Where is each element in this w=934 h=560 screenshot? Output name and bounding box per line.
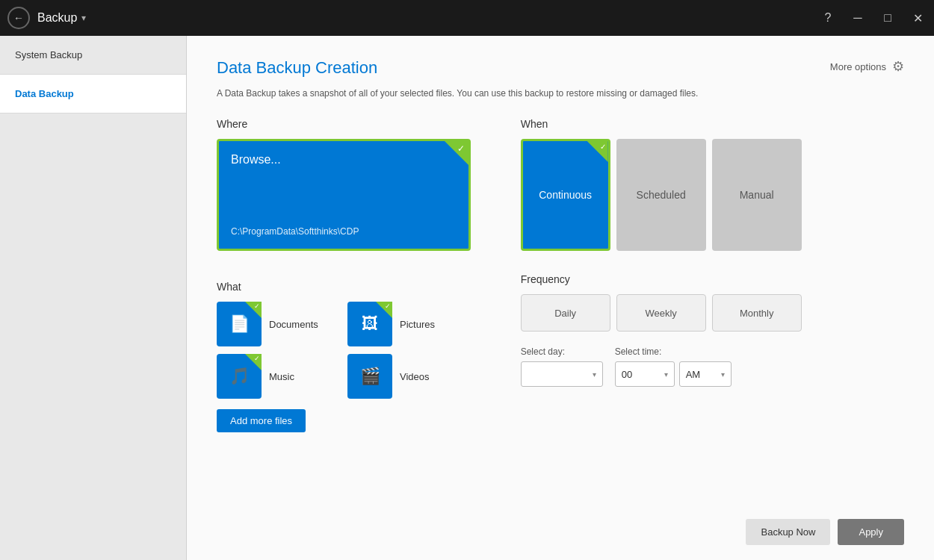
file-type-documents[interactable]: 📄 Documents (217, 302, 340, 346)
what-section: What 📄 Documents 🖼 P (217, 281, 491, 432)
select-time-hour-dropdown[interactable]: 00 ▾ (615, 361, 675, 387)
what-freq-sections: What 📄 Documents 🖼 P (217, 273, 904, 432)
sidebar: System Backup Data Backup (0, 36, 187, 560)
titlebar: ← Backup ▾ ? ─ □ ✕ (0, 0, 934, 36)
content-header: Data Backup Creation More options ⚙ (217, 58, 904, 78)
frequency-cards: Daily Weekly Monthly (521, 294, 904, 332)
period-dropdown-arrow-icon: ▾ (721, 370, 725, 379)
back-icon: ← (13, 12, 24, 24)
file-type-music[interactable]: 🎵 Music (217, 354, 340, 399)
browse-path: C:\ProgramData\Softthinks\CDP (231, 226, 457, 237)
pictures-checkmark-icon (376, 302, 392, 318)
documents-icon: 📄 (217, 302, 262, 346)
backup-now-button[interactable]: Backup Now (746, 519, 830, 545)
add-more-files-button[interactable]: Add more files (217, 409, 306, 432)
sidebar-item-data-backup[interactable]: Data Backup (0, 75, 186, 113)
where-label: Where (217, 118, 491, 130)
continuous-checkmark-icon (587, 141, 608, 162)
sidebar-item-system-backup[interactable]: System Backup (0, 36, 186, 75)
pictures-icon: 🖼 (347, 302, 392, 346)
page-title: Data Backup Creation (217, 58, 377, 78)
restore-button[interactable]: □ (879, 11, 897, 25)
main-sections: Where ✓ Browse... C:\ProgramData\Softthi… (217, 118, 904, 251)
more-options-label: More options (830, 61, 886, 72)
music-icon: 🎵 (217, 354, 262, 399)
when-manual[interactable]: Manual (712, 139, 802, 251)
pictures-label: Pictures (400, 319, 435, 330)
file-type-grid: 📄 Documents 🖼 Pictures (217, 302, 471, 399)
window-controls: ? ─ □ ✕ (819, 11, 927, 25)
footer-actions: Backup Now Apply (746, 519, 904, 545)
more-options-button[interactable]: More options ⚙ (830, 58, 904, 75)
when-scheduled[interactable]: Scheduled (616, 139, 706, 251)
back-button[interactable]: ← (7, 7, 30, 29)
frequency-section: Frequency Daily Weekly Monthly Select da… (521, 273, 904, 432)
select-time-period-dropdown[interactable]: AM ▾ (679, 361, 732, 387)
gear-icon: ⚙ (892, 58, 904, 75)
videos-label: Videos (400, 371, 430, 382)
when-cards: Continuous Scheduled Manual (521, 139, 904, 251)
music-label: Music (269, 371, 294, 382)
app-title: Backup ▾ (37, 11, 86, 25)
select-row: Select day: ▾ Select time: 00 ▾ (521, 346, 904, 387)
browse-card[interactable]: ✓ Browse... C:\ProgramData\Softthinks\CD… (217, 139, 471, 251)
content-area: Data Backup Creation More options ⚙ A Da… (187, 36, 934, 560)
time-hour-value: 00 (622, 369, 632, 380)
videos-icon: 🎬 (347, 354, 392, 399)
browse-text: Browse... (231, 153, 457, 167)
frequency-label: Frequency (521, 273, 904, 285)
freq-daily[interactable]: Daily (521, 294, 610, 332)
description-text: A Data Backup takes a snapshot of all of… (217, 87, 904, 100)
select-day-label: Select day: (521, 346, 603, 357)
help-button[interactable]: ? (819, 11, 837, 25)
main-layout: System Backup Data Backup Data Backup Cr… (0, 36, 934, 560)
title-chevron-icon: ▾ (81, 13, 86, 23)
apply-button[interactable]: Apply (838, 519, 904, 545)
where-section: Where ✓ Browse... C:\ProgramData\Softthi… (217, 118, 491, 251)
time-period-value: AM (686, 369, 701, 380)
close-button[interactable]: ✕ (909, 11, 927, 25)
when-label: When (521, 118, 904, 130)
file-type-pictures[interactable]: 🖼 Pictures (347, 302, 471, 346)
freq-monthly[interactable]: Monthly (712, 294, 802, 332)
select-time-group: Select time: 00 ▾ AM ▾ (615, 346, 732, 387)
select-time-label: Select time: (615, 346, 732, 357)
file-type-videos[interactable]: 🎬 Videos (347, 354, 471, 399)
select-day-group: Select day: ▾ (521, 346, 603, 387)
minimize-button[interactable]: ─ (849, 11, 867, 25)
documents-label: Documents (269, 319, 318, 330)
what-label: What (217, 281, 491, 293)
when-section: When Continuous Scheduled Manual (521, 118, 904, 251)
when-continuous[interactable]: Continuous (521, 139, 610, 251)
freq-weekly[interactable]: Weekly (616, 294, 706, 332)
select-day-dropdown[interactable]: ▾ (521, 361, 603, 387)
hour-dropdown-arrow-icon: ▾ (664, 370, 668, 379)
day-dropdown-arrow-icon: ▾ (593, 370, 596, 379)
